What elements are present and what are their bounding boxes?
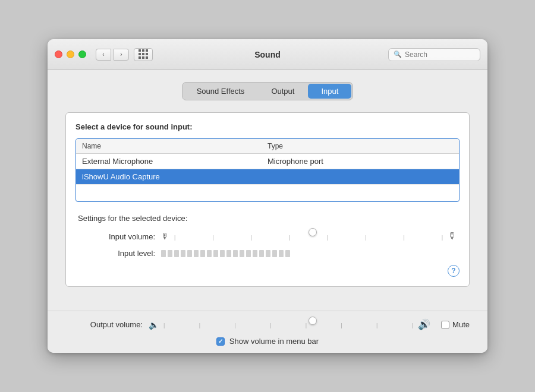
search-input[interactable] [405,50,475,59]
grid-button[interactable] [134,48,153,61]
input-section: Select a device for sound input: Name Ty… [65,112,470,287]
output-volume-control: 🔈 | | | | | | | | 🔊 [149,318,470,331]
output-volume-label: Output volume: [65,320,143,329]
section-title: Select a device for sound input: [75,122,460,131]
settings-section: Settings for the selected device: Input … [75,214,460,258]
close-button[interactable] [55,50,62,58]
level-indicators [161,250,290,257]
level-bar [194,250,199,257]
level-bar [181,250,185,257]
window-title: Sound [254,50,281,59]
level-bar [272,250,277,257]
level-bar [285,250,290,257]
level-bar [233,250,238,257]
tab-input[interactable]: Input [308,84,351,99]
device-type-1: Microphone port [268,157,453,166]
input-volume-thumb[interactable] [309,228,317,236]
mic-small-icon: 🎙 [161,232,169,241]
bottom-bar: Output volume: 🔈 | | | | | | | | [48,311,487,353]
titlebar: ‹ › Sound 🔍 [48,39,487,70]
level-bar [161,250,166,257]
output-volume-row: Output volume: 🔈 | | | | | | | | [65,318,470,331]
input-level-row: Input level: [78,249,457,258]
forward-button[interactable]: › [114,49,129,61]
traffic-lights [55,50,86,58]
input-volume-row: Input volume: 🎙 | | | | [78,231,457,242]
main-window: ‹ › Sound 🔍 Sound Effects Output Input [48,39,487,353]
tab-output[interactable]: Output [258,84,307,99]
level-bar [279,250,284,257]
level-bar [246,250,251,257]
mute-container: Mute [441,320,470,329]
device-name-1: External Microphone [82,157,268,166]
device-table: Name Type External Microphone Microphone… [75,138,460,202]
table-row-empty [76,185,459,201]
output-volume-thumb[interactable] [309,317,317,325]
search-icon: 🔍 [394,50,402,58]
search-box[interactable]: 🔍 [388,48,480,61]
device-type-2 [268,172,453,181]
input-volume-control: 🎙 | | | | | | [161,231,457,242]
menu-bar-label: Show volume in menu bar [229,337,319,346]
speaker-large-icon: 🔊 [418,318,430,331]
menu-bar-checkbox[interactable] [216,337,225,346]
speaker-small-icon: 🔈 [149,320,159,330]
menu-bar-row: Show volume in menu bar [65,337,470,346]
level-bar [200,250,205,257]
level-bar [168,250,172,257]
column-type: Type [268,142,453,150]
level-bar [266,250,270,257]
tab-sound-effects[interactable]: Sound Effects [184,84,258,99]
mute-checkbox[interactable] [441,321,449,329]
minimize-button[interactable] [67,50,74,58]
back-button[interactable]: ‹ [96,49,111,61]
column-name: Name [82,142,268,150]
level-bar [253,250,257,257]
level-bar [259,250,264,257]
level-bar [226,250,231,257]
mic-large-icon: 🎙 [448,231,457,242]
help-button-container: ? [75,265,460,277]
input-level-label: Input level: [78,249,155,258]
table-row[interactable]: External Microphone Microphone port [76,154,459,169]
device-name-2: iShowU Audio Capture [82,172,268,181]
content-area: Sound Effects Output Input Select a devi… [48,70,487,311]
tab-group: Sound Effects Output Input [182,82,354,100]
table-header: Name Type [76,139,459,154]
settings-title: Settings for the selected device: [78,214,457,223]
level-bar [240,250,244,257]
mute-label: Mute [452,320,470,329]
nav-buttons: ‹ › [96,49,129,61]
level-bar [207,250,212,257]
level-bar [174,250,179,257]
level-bar [220,250,225,257]
maximize-button[interactable] [78,50,86,58]
help-button[interactable]: ? [448,265,460,277]
level-bar [213,250,218,257]
table-row[interactable]: iShowU Audio Capture [76,169,459,185]
grid-icon [139,49,149,59]
tabs-container: Sound Effects Output Input [65,82,470,100]
input-volume-label: Input volume: [78,232,155,241]
level-bar [187,250,192,257]
